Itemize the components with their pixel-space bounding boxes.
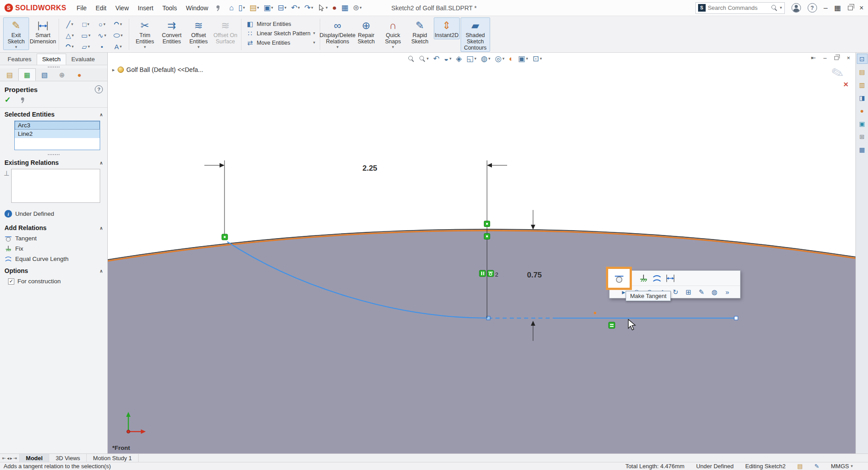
cancel-sketch-icon[interactable]: ×	[843, 80, 848, 89]
menu-tools[interactable]: Tools	[158, 1, 181, 15]
list-item-arc3[interactable]: Arc3	[15, 121, 100, 130]
polygon-tool-button[interactable]: △▾	[62, 30, 78, 41]
more-commands-button[interactable]: »	[722, 287, 733, 297]
quick-snaps-button[interactable]: ∩ Quick Snaps ▾	[380, 17, 406, 50]
rectangle-tool-button[interactable]: □▾	[78, 19, 94, 30]
panel-splitter-handle[interactable]	[0, 65, 107, 68]
chevron-down-icon[interactable]: ▾	[313, 31, 315, 35]
select-button[interactable]: ▾	[316, 3, 330, 13]
tangent-relation-badge[interactable]	[487, 270, 494, 277]
appearances-scenes-button[interactable]: ●	[857, 105, 868, 116]
tab-model[interactable]: Model	[20, 454, 50, 462]
apply-scene-button[interactable]: ▣▾	[517, 54, 529, 63]
dimension-value-horizontal[interactable]: 2.25	[362, 164, 377, 172]
add-relations-header[interactable]: Add Relations ∧	[0, 221, 107, 233]
user-account-icon[interactable]	[792, 3, 801, 13]
design-library-button[interactable]: ▤	[857, 67, 868, 77]
tab-sketch[interactable]: Sketch	[37, 54, 66, 65]
view-settings-button[interactable]: ⊡▾	[531, 54, 543, 63]
close-window-button[interactable]: ×	[860, 4, 864, 12]
scroll-left-icon[interactable]: ◂	[7, 456, 9, 461]
tab-motion-study-1[interactable]: Motion Study 1	[87, 454, 139, 462]
zoom-area-button[interactable]: ▾	[418, 55, 430, 63]
additional-pane-button[interactable]: ▦	[857, 144, 868, 155]
breadcrumb[interactable]: ▸ Golf Ball (Default) <<Defa...	[112, 66, 203, 73]
previous-view-button[interactable]: ↶	[432, 54, 441, 63]
slot-tool-button[interactable]: ▭▾	[78, 30, 94, 41]
tab-3d-views[interactable]: 3D Views	[49, 454, 87, 462]
horizontal-relation-badge[interactable]	[609, 322, 615, 328]
fillet-tool-button[interactable]: ▾	[62, 41, 78, 52]
add-relation-fix[interactable]: Fix	[0, 243, 107, 254]
menu-file[interactable]: File	[72, 1, 91, 15]
ellipse-tool-button[interactable]: ▾	[110, 30, 126, 41]
tab-scroll-controls[interactable]: ⇤ ◂ ▸ ⇥	[0, 454, 20, 462]
unit-system-selector[interactable]: MMGS ▾	[831, 463, 853, 470]
add-relation-tangent[interactable]: Tangent	[0, 233, 107, 243]
sketch-canvas[interactable]: 2.25 0.75	[108, 53, 855, 453]
model-body[interactable]	[108, 230, 855, 453]
make-tangent-button[interactable]	[614, 273, 624, 284]
view-palette-button[interactable]: ◨	[857, 92, 868, 103]
smart-dimension-button[interactable]: Smart Dimension	[30, 17, 56, 46]
doc-minimize-button[interactable]: –	[823, 55, 826, 61]
vertical-relation-badge[interactable]	[479, 270, 486, 277]
list-splitter-handle[interactable]	[0, 153, 107, 156]
section-view-button[interactable]: ◒▾	[443, 54, 453, 63]
zoom-fit-button[interactable]	[406, 55, 416, 63]
menu-edit[interactable]: Edit	[92, 1, 110, 15]
add-relation-equal-curve-length[interactable]: Equal Curve Length	[0, 254, 107, 264]
for-construction-checkbox[interactable]: ✓	[8, 278, 14, 285]
abort-button[interactable]: ●	[330, 3, 339, 13]
chevron-down-icon[interactable]: ▾	[313, 41, 315, 45]
circle-tool-button[interactable]: ○▾	[94, 19, 110, 30]
trim-entities-button[interactable]: ✂ Trim Entities ▾	[132, 17, 158, 50]
minimize-window-button[interactable]: –	[824, 4, 828, 12]
sketch-endpoint[interactable]	[734, 316, 738, 320]
dock-panel-icon[interactable]: ⇤	[811, 55, 816, 61]
breadcrumb-label[interactable]: Golf Ball (Default) <<Defa...	[127, 66, 203, 73]
configuration-manager-tab[interactable]: ▧	[36, 68, 53, 81]
ok-button[interactable]: ✓	[4, 96, 11, 104]
search-input[interactable]	[708, 4, 769, 11]
rapid-sketch-button[interactable]: ✎ Rapid Sketch	[407, 17, 433, 46]
coincident-badge[interactable]	[484, 234, 490, 239]
file-explorer-button[interactable]: ▥	[857, 80, 868, 90]
shaded-sketch-contours-button[interactable]: ▰ Shaded Sketch Contours	[461, 17, 490, 52]
line-tool-button[interactable]: ╱▾	[62, 19, 78, 30]
open-button[interactable]: ▤▾	[248, 3, 261, 13]
tree-expander-icon[interactable]: ▸	[112, 67, 115, 73]
coincident-badge[interactable]	[484, 221, 490, 227]
panel-help-icon[interactable]: ?	[95, 85, 103, 93]
tab-features[interactable]: Features	[2, 54, 37, 65]
selected-entities-list[interactable]: Arc3 Line2	[14, 121, 100, 150]
annotation-views-button[interactable]: ◈	[455, 54, 463, 63]
appearance-button[interactable]: ◍	[709, 287, 720, 297]
move-entities-button[interactable]: ⇄ Move Entities ▾	[244, 39, 317, 46]
plane-tool-button[interactable]: ▱▾	[78, 41, 94, 52]
forum-button[interactable]: ⊞	[857, 131, 868, 142]
make-equal-curve-length-button[interactable]	[652, 273, 662, 283]
arc-tool-button[interactable]: ▾	[110, 19, 126, 30]
doc-close-button[interactable]: ×	[847, 55, 850, 61]
exit-sketch-button[interactable]: ✎ Exit Sketch ▾	[3, 17, 29, 50]
repair-sketch-button[interactable]: ⊕ Repair Sketch	[353, 17, 379, 46]
help-icon[interactable]: ?	[808, 3, 817, 13]
sketch-edit-icon[interactable]: ✎	[814, 463, 819, 469]
redo-button[interactable]: ↷▾	[302, 3, 315, 13]
custom-properties-button[interactable]: ▣	[857, 118, 868, 129]
dimxpert-manager-tab[interactable]: ⊕	[53, 68, 71, 81]
save-button[interactable]: ▣▾	[262, 3, 275, 13]
options-header[interactable]: Options ∧	[0, 264, 107, 276]
make-fixed-button[interactable]	[638, 273, 648, 283]
confirmation-corner[interactable]: ✎ ×	[831, 64, 844, 82]
search-icon[interactable]	[771, 4, 778, 11]
chevron-down-icon[interactable]: ▾	[780, 6, 782, 10]
existing-relations-list[interactable]	[11, 169, 100, 203]
configure-button[interactable]: ⊞	[683, 287, 694, 297]
existing-relations-header[interactable]: Existing Relations ∧	[0, 156, 107, 168]
solidworks-resources-button[interactable]: ⊡	[857, 54, 868, 64]
edit-sketch-button[interactable]: ✎	[696, 287, 707, 297]
scroll-first-icon[interactable]: ⇤	[2, 456, 6, 461]
menu-window[interactable]: Window	[182, 1, 212, 15]
